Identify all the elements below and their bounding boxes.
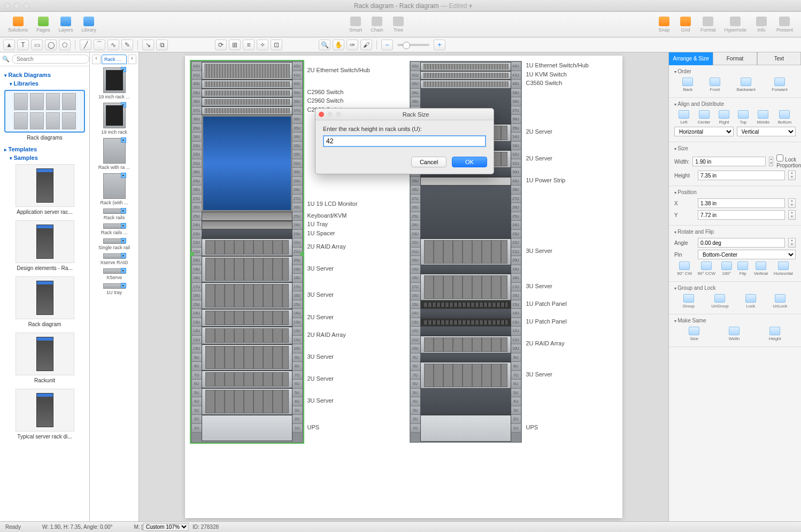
rotate-vertical-button[interactable]: Vertical: [754, 261, 768, 276]
poly-tool[interactable]: ⬠: [59, 40, 71, 50]
expand-icon[interactable]: ▸: [121, 268, 126, 273]
align-v-select[interactable]: Vertical: [737, 127, 796, 136]
device-2u-raid-array[interactable]: [420, 336, 511, 353]
zoom-out-button[interactable]: −: [381, 40, 393, 50]
sample-thumb[interactable]: [16, 220, 74, 263]
rack-left[interactable]: 42U41U40U39U38U37U36U35U34U33U32U31U30U2…: [191, 61, 303, 443]
spline-tool[interactable]: ∿: [107, 40, 119, 50]
eyedropper-tool[interactable]: ✑: [346, 40, 358, 50]
zoom-tool[interactable]: 🔍: [319, 40, 330, 50]
ellipse-tool[interactable]: ◯: [45, 40, 57, 50]
line-tool[interactable]: ╱: [80, 40, 91, 50]
layers-button[interactable]: Layers: [55, 15, 77, 34]
solutions-button[interactable]: Solutions: [4, 15, 32, 34]
shape-rack-with-ra-[interactable]: ▸: [103, 138, 126, 164]
search-input[interactable]: [12, 55, 89, 64]
device-3u-server[interactable]: [420, 362, 511, 389]
align-center-button[interactable]: Center: [698, 110, 711, 125]
format-button[interactable]: Format: [697, 15, 720, 34]
hand-tool[interactable]: ✋: [333, 40, 344, 50]
tab-format[interactable]: Format: [713, 52, 757, 65]
expand-icon[interactable]: ▸: [121, 137, 126, 143]
shape-tab-next[interactable]: ›: [128, 55, 136, 64]
tab-arrange-size[interactable]: Arrange & Size: [669, 52, 713, 65]
cancel-button[interactable]: Cancel: [411, 157, 446, 167]
tree-libraries[interactable]: Libraries: [10, 80, 85, 87]
shape-xserve-raid[interactable]: ▸: [103, 253, 126, 259]
same-size-button[interactable]: Size: [689, 327, 699, 341]
device-3u-server[interactable]: [202, 388, 292, 415]
device-2u-server[interactable]: [202, 371, 292, 388]
shape-xserve[interactable]: ▸: [103, 268, 126, 274]
tree-templates[interactable]: Templates: [4, 146, 85, 152]
device-empty[interactable]: [420, 353, 511, 363]
align-h-select[interactable]: Horizontal: [674, 127, 734, 136]
lock-proportions-checkbox[interactable]: [776, 155, 783, 161]
shape-1u-tray[interactable]: ▸: [103, 283, 126, 289]
device-ups[interactable]: [202, 415, 292, 442]
section-rotate[interactable]: Rotate and Flip: [674, 229, 796, 235]
shape-tab-current[interactable]: Rack d... ▾: [102, 55, 127, 64]
text-tool[interactable]: T: [17, 40, 29, 50]
rect-tool[interactable]: ▭: [31, 40, 43, 50]
sample-thumb[interactable]: [16, 333, 74, 375]
order-backward-button[interactable]: Backward: [737, 78, 756, 92]
rotate-flip-button[interactable]: Flip: [737, 261, 748, 276]
align-middle-button[interactable]: Middle: [757, 110, 770, 125]
rotate-90-ccw-button[interactable]: 90° CCW: [698, 261, 715, 276]
align-left-button[interactable]: Left: [679, 110, 689, 125]
device-1u-kvm-switch[interactable]: [420, 71, 511, 80]
group-ungroup-button[interactable]: UnGroup: [711, 294, 728, 309]
height-field[interactable]: [698, 171, 785, 180]
device-empty[interactable]: [420, 309, 511, 318]
expand-icon[interactable]: ▸: [121, 173, 126, 178]
pointer-tool[interactable]: ▲: [3, 40, 15, 50]
present-button[interactable]: Present: [773, 15, 797, 34]
expand-icon[interactable]: ▸: [121, 238, 126, 243]
minimize-icon[interactable]: [14, 3, 20, 9]
device-c3560-switch[interactable]: [420, 80, 511, 89]
device-2u-ethernet-switch-hub[interactable]: [202, 62, 292, 80]
group-tool[interactable]: ⊞: [229, 40, 241, 50]
pages-button[interactable]: Pages: [33, 15, 54, 34]
rotate-90-cw-button[interactable]: 90° CW: [677, 261, 692, 276]
device-empty[interactable]: [420, 186, 511, 238]
device-keyboard-kvm[interactable]: [202, 212, 292, 221]
brush-tool[interactable]: 🖌: [360, 40, 372, 50]
stamp-tool[interactable]: ⧉: [156, 40, 168, 50]
width-field[interactable]: [692, 157, 766, 166]
connector-tool[interactable]: ↘: [142, 40, 154, 50]
section-position[interactable]: Position: [674, 189, 796, 195]
align-bottom-button[interactable]: Bottom: [778, 110, 791, 125]
order-back-button[interactable]: Back: [682, 78, 693, 92]
grid-button[interactable]: Grid: [675, 15, 696, 34]
device-1u-ethernet-switch-hub[interactable]: [420, 62, 511, 71]
device-3u-server[interactable]: [202, 344, 292, 371]
align-tool[interactable]: ≡: [243, 40, 255, 50]
zoom-select[interactable]: Custom 107%: [143, 523, 189, 531]
order-front-button[interactable]: Front: [710, 78, 720, 92]
section-same[interactable]: Make Same: [674, 318, 796, 323]
expand-icon[interactable]: ▸: [121, 283, 126, 288]
tab-text[interactable]: Text: [757, 52, 801, 65]
same-width-button[interactable]: Width: [729, 327, 740, 341]
sample-thumb[interactable]: [16, 276, 74, 319]
device-1u-tray[interactable]: [202, 221, 292, 230]
hypernote-button[interactable]: Hypernote: [720, 15, 750, 34]
info-button[interactable]: Info: [751, 15, 772, 34]
same-height-button[interactable]: Height: [769, 327, 781, 341]
close-icon[interactable]: [4, 3, 10, 9]
device-empty[interactable]: [420, 265, 511, 274]
zoom-slider[interactable]: [397, 44, 429, 46]
crop-tool[interactable]: ⊡: [271, 40, 282, 50]
sample-thumb[interactable]: [16, 164, 74, 207]
device-2u-server[interactable]: [202, 309, 292, 327]
device-empty[interactable]: [420, 389, 511, 415]
expand-icon[interactable]: ▸: [121, 102, 126, 107]
align-top-button[interactable]: Top: [738, 110, 749, 125]
expand-icon[interactable]: ▸: [121, 253, 126, 258]
device-ups[interactable]: [420, 415, 511, 442]
rotate-180--button[interactable]: 180°: [721, 261, 732, 276]
library-button[interactable]: Library: [78, 15, 101, 34]
zoom-icon[interactable]: [24, 3, 29, 9]
